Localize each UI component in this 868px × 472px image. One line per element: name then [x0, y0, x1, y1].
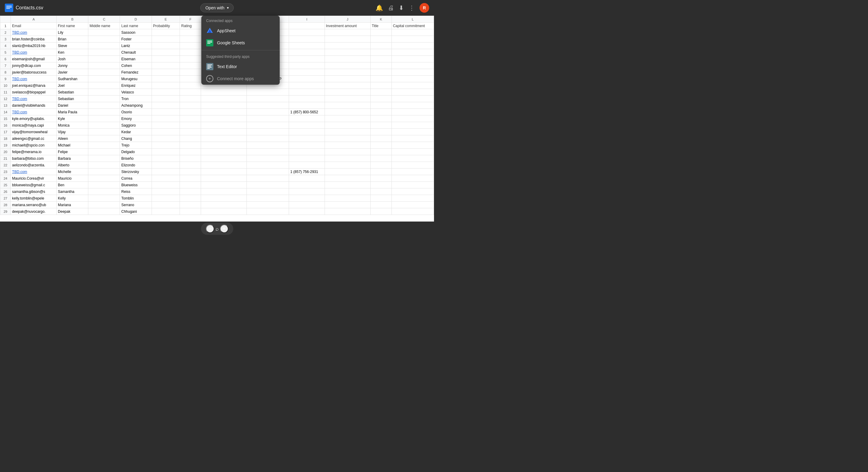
cell[interactable]: [370, 142, 392, 149]
cell[interactable]: Sebastian: [57, 96, 88, 102]
cell[interactable]: Kelly: [57, 195, 88, 202]
cell[interactable]: monica@maya.capi: [11, 122, 57, 129]
cell[interactable]: [392, 62, 434, 69]
cell[interactable]: TBD.com: [11, 168, 57, 175]
cell[interactable]: Lily: [57, 29, 88, 36]
cell[interactable]: [201, 135, 247, 142]
cell[interactable]: [392, 36, 434, 42]
cell[interactable]: Tomblin: [120, 195, 152, 202]
cell[interactable]: [201, 142, 247, 149]
cell[interactable]: [392, 188, 434, 195]
cell[interactable]: [88, 42, 120, 49]
cell[interactable]: Joel: [57, 82, 88, 89]
zoom-icon[interactable]: ⌕: [216, 226, 219, 232]
cell[interactable]: [392, 208, 434, 215]
cell[interactable]: [247, 168, 289, 175]
cell[interactable]: Cohen: [120, 62, 152, 69]
cell[interactable]: [180, 42, 201, 49]
cell[interactable]: Deepak: [57, 208, 88, 215]
cell[interactable]: [88, 49, 120, 56]
cell[interactable]: [201, 162, 247, 168]
cell[interactable]: [370, 102, 392, 109]
cell[interactable]: [201, 96, 247, 102]
zoom-out-button[interactable]: −: [206, 225, 214, 233]
cell[interactable]: [152, 129, 180, 135]
cell[interactable]: [392, 109, 434, 116]
cell[interactable]: [392, 195, 434, 202]
cell[interactable]: [324, 49, 370, 56]
cell[interactable]: 1 (857) 756-2931: [289, 168, 324, 175]
cell[interactable]: Chhugani: [120, 208, 152, 215]
cell[interactable]: [324, 122, 370, 129]
cell[interactable]: [152, 168, 180, 175]
cell[interactable]: [247, 188, 289, 195]
cell[interactable]: Brian: [57, 36, 88, 42]
cell[interactable]: [88, 129, 120, 135]
cell[interactable]: [88, 76, 120, 82]
cell[interactable]: [180, 116, 201, 122]
cell[interactable]: [289, 129, 324, 135]
cell[interactable]: [392, 182, 434, 188]
cell[interactable]: [88, 82, 120, 89]
cell[interactable]: [247, 182, 289, 188]
cell[interactable]: [180, 195, 201, 202]
cell[interactable]: [392, 29, 434, 36]
cell[interactable]: [201, 116, 247, 122]
col-header-b[interactable]: B: [57, 16, 88, 23]
cell[interactable]: daniel@visiblehands: [11, 102, 57, 109]
cell[interactable]: barbara@bitso.com: [11, 155, 57, 162]
cell[interactable]: [392, 56, 434, 62]
cell[interactable]: [392, 69, 434, 76]
cell[interactable]: Tron: [120, 96, 152, 102]
cell[interactable]: [392, 155, 434, 162]
cell[interactable]: [392, 96, 434, 102]
text-editor-option[interactable]: Text Editor: [201, 61, 280, 73]
cell[interactable]: 1 (857) 800-5652: [289, 109, 324, 116]
cell[interactable]: [152, 202, 180, 208]
print-icon[interactable]: 🖨: [388, 4, 394, 11]
cell[interactable]: [324, 96, 370, 102]
cell[interactable]: [370, 122, 392, 129]
cell[interactable]: Mauricio: [57, 175, 88, 182]
cell[interactable]: [201, 102, 247, 109]
cell[interactable]: [324, 182, 370, 188]
cell[interactable]: [324, 56, 370, 62]
cell[interactable]: [152, 29, 180, 36]
cell[interactable]: First name: [57, 23, 88, 29]
cell[interactable]: [180, 149, 201, 155]
cell[interactable]: [180, 56, 201, 62]
cell[interactable]: Middle name: [88, 23, 120, 29]
cell[interactable]: [152, 175, 180, 182]
cell[interactable]: Ken: [57, 49, 88, 56]
cell[interactable]: [370, 168, 392, 175]
cell[interactable]: [88, 96, 120, 102]
cell[interactable]: [247, 89, 289, 96]
cell[interactable]: [324, 188, 370, 195]
cell[interactable]: [180, 102, 201, 109]
cell[interactable]: [201, 175, 247, 182]
notification-icon[interactable]: 🔔: [375, 4, 383, 11]
cell[interactable]: Felipe: [57, 149, 88, 155]
cell[interactable]: [370, 155, 392, 162]
cell[interactable]: [289, 135, 324, 142]
cell[interactable]: [152, 122, 180, 129]
cell[interactable]: [392, 82, 434, 89]
cell[interactable]: [88, 89, 120, 96]
cell[interactable]: Jonny: [57, 62, 88, 69]
cell[interactable]: [324, 155, 370, 162]
cell[interactable]: [392, 122, 434, 129]
cell[interactable]: [370, 116, 392, 122]
cell[interactable]: [152, 149, 180, 155]
cell[interactable]: joel.enriquez@harva: [11, 82, 57, 89]
cell[interactable]: [180, 168, 201, 175]
col-header-a[interactable]: A: [11, 16, 57, 23]
cell[interactable]: [324, 102, 370, 109]
cell[interactable]: Mariana: [57, 202, 88, 208]
cell[interactable]: Monica: [57, 122, 88, 129]
cell[interactable]: [289, 175, 324, 182]
cell[interactable]: Eiseman: [120, 56, 152, 62]
cell[interactable]: [370, 109, 392, 116]
cell[interactable]: [370, 129, 392, 135]
cell[interactable]: Sassoon: [120, 29, 152, 36]
cell[interactable]: Delgado: [120, 149, 152, 155]
